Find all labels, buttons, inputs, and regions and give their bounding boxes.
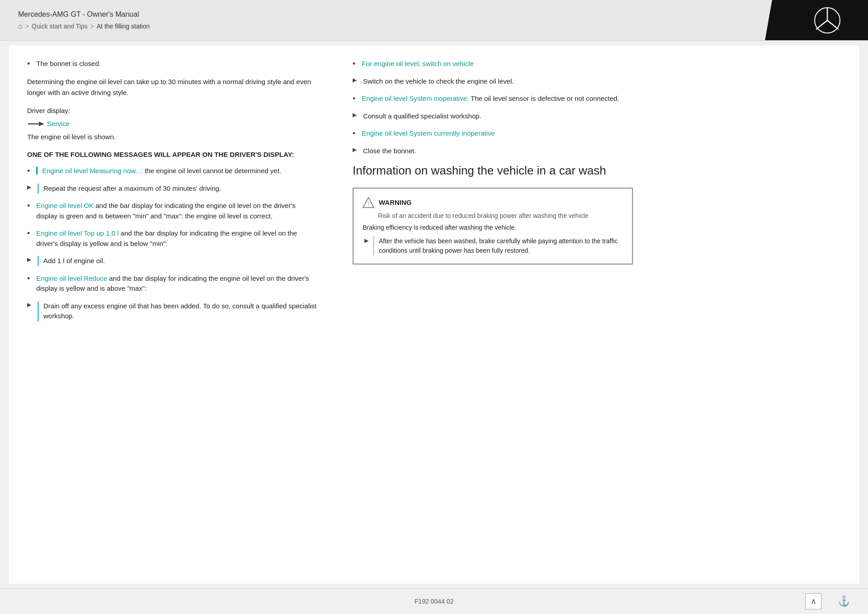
breadcrumb-quick-start[interactable]: Quick start and Tips xyxy=(32,23,88,30)
arrow-icon-1: ▶ xyxy=(27,184,31,190)
currently-inoperative-text: Engine oil level System currently inoper… xyxy=(362,128,495,139)
reduce-teal: Engine oil level Reduce xyxy=(36,274,107,282)
bullet-bonnet-closed: • The bonnet is closed. xyxy=(27,59,316,69)
warning-label: WARNING xyxy=(379,198,412,206)
bullet-dot-4: • xyxy=(27,229,30,238)
list-item-measuring: • Engine oil level Measuring now...: the… xyxy=(27,166,316,176)
list-item-reduce: • Engine oil level Reduce and the bar di… xyxy=(27,274,316,294)
list-item-close-bonnet: ▶ Close the bonnet. xyxy=(353,146,633,156)
warning-header: ! WARNING xyxy=(363,197,623,208)
measuring-teal: Engine oil level Measuring now...: xyxy=(36,167,143,175)
right-column: • For engine oil level, switch on vehicl… xyxy=(344,59,633,557)
warning-triangle-icon: ! xyxy=(363,197,374,208)
arrow-icon-3: ▶ xyxy=(27,302,31,308)
switch-on-text: For engine oil level, switch on vehicle xyxy=(362,59,474,69)
warning-box: ! WARNING Risk of an accident due to red… xyxy=(353,188,633,264)
warning-sub-text: Risk of an accident due to reduced braki… xyxy=(363,212,623,219)
measuring-text: Engine oil level Measuring now...: the e… xyxy=(36,166,281,176)
ok-text: Engine oil level OK and the bar display … xyxy=(36,201,316,221)
bonnet-closed-text: The bonnet is closed. xyxy=(36,59,101,69)
car-wash-section-heading: Information on washing the vehicle in a … xyxy=(353,163,633,179)
home-icon[interactable]: ⌂ xyxy=(18,22,23,30)
footer-bar: F192 0044 02 ∧ ⚓ xyxy=(0,588,868,614)
service-indicator: Service xyxy=(27,120,316,128)
arrow-icon-2: ▶ xyxy=(27,256,31,263)
messages-heading: ONE OF THE FOLLOWING MESSAGES WILL APPEA… xyxy=(27,150,316,160)
warning-body-text: Braking efficiency is reduced after wash… xyxy=(363,224,623,231)
topup-teal: Engine oil level Top up 1,0 l xyxy=(36,229,118,237)
oil-level-shown: The engine oil level is shown. xyxy=(27,132,316,142)
arrow-icon-r1: ▶ xyxy=(353,77,357,83)
warning-arrow-icon: ▶ xyxy=(364,237,368,244)
service-arrow-icon xyxy=(27,120,47,128)
page-title: Mercedes-AMG GT - Owner's Manual xyxy=(18,10,769,19)
svg-text:!: ! xyxy=(368,201,369,208)
header: Mercedes-AMG GT - Owner's Manual ⌂ > Qui… xyxy=(0,0,868,41)
breadcrumb: ⌂ > Quick start and Tips > At the fillin… xyxy=(18,22,769,30)
topup-text: Engine oil level Top up 1,0 l and the ba… xyxy=(36,228,316,249)
ok-teal: Engine oil level OK xyxy=(36,202,94,209)
svg-line-2 xyxy=(816,20,827,29)
bullet-dot-2: • xyxy=(27,166,30,176)
warning-bullet-text: After the vehicle has been washed, brake… xyxy=(373,236,623,255)
scroll-up-button[interactable]: ∧ xyxy=(805,593,821,609)
header-logo xyxy=(787,0,868,40)
bullet-dot-1: • xyxy=(27,59,30,69)
mercedes-star-icon xyxy=(814,7,841,34)
inoperative-rest: The oil level sensor is defective or not… xyxy=(471,94,619,102)
bullet-dot-3: • xyxy=(27,201,30,211)
bullet-dot-5: • xyxy=(27,274,30,283)
inoperative-text: Engine oil level System inoperative: The… xyxy=(362,94,619,104)
page-wrapper: Mercedes-AMG GT - Owner's Manual ⌂ > Qui… xyxy=(0,0,868,614)
list-item-switch-check: ▶ Switch on the vehicle to check the eng… xyxy=(353,76,633,87)
arrow-icon-r2: ▶ xyxy=(353,112,357,118)
list-item-ok: • Engine oil level OK and the bar displa… xyxy=(27,201,316,221)
list-item-topup: • Engine oil level Top up 1,0 l and the … xyxy=(27,228,316,249)
arrow-icon-r3: ▶ xyxy=(353,146,357,153)
measuring-rest: the engine oil level cannot be determine… xyxy=(145,167,281,175)
footer-logo-icon: ⚓ xyxy=(838,595,850,607)
list-item-repeat: ▶ Repeat the request after a maximum of … xyxy=(27,184,316,194)
switch-check-text: Switch on the vehicle to check the engin… xyxy=(363,76,514,87)
breadcrumb-separator-1: > xyxy=(25,23,29,30)
breadcrumb-separator-2: > xyxy=(90,23,94,30)
left-column: • The bonnet is closed. Determining the … xyxy=(27,59,316,557)
list-item-switch-on: • For engine oil level, switch on vehicl… xyxy=(353,59,633,69)
bullet-dot-r2: • xyxy=(353,94,355,104)
warning-bullet-item: ▶ After the vehicle has been washed, bra… xyxy=(363,236,623,255)
header-left: Mercedes-AMG GT - Owner's Manual ⌂ > Qui… xyxy=(0,0,787,40)
list-item-drain: ▶ Drain off any excess engine oil that h… xyxy=(27,301,316,321)
close-bonnet-text: Close the bonnet. xyxy=(363,146,416,156)
svg-line-3 xyxy=(827,20,839,29)
drain-text: Drain off any excess engine oil that has… xyxy=(38,301,316,321)
list-item-consult: ▶ Consult a qualified specialist worksho… xyxy=(353,111,633,122)
oil-level-para: Determining the engine oil level can tak… xyxy=(27,76,316,98)
content-area: • The bonnet is closed. Determining the … xyxy=(9,45,859,584)
breadcrumb-filling-station: At the filling station xyxy=(97,23,150,30)
currently-inoperative-teal: Engine oil level System currently inoper… xyxy=(362,129,495,137)
bullet-dot-r3: • xyxy=(353,129,355,138)
service-label: Service xyxy=(47,120,70,128)
bullet-dot-r1: • xyxy=(353,59,355,69)
add-oil-text: Add 1 l of engine oil. xyxy=(38,256,105,266)
list-item-currently-inoperative: • Engine oil level System currently inop… xyxy=(353,128,633,139)
consult-text: Consult a qualified specialist workshop. xyxy=(363,111,481,122)
list-item-add-oil: ▶ Add 1 l of engine oil. xyxy=(27,256,316,266)
repeat-text: Repeat the request after a maximum of 30… xyxy=(38,184,221,194)
inoperative-teal: Engine oil level System inoperative: xyxy=(362,94,469,102)
driver-display-label: Driver display: xyxy=(27,105,316,116)
footer-doc-id: F192 0044 02 xyxy=(415,598,453,605)
list-item-inoperative: • Engine oil level System inoperative: T… xyxy=(353,94,633,104)
switch-on-teal: For engine oil level, switch on vehicle xyxy=(362,60,474,67)
reduce-text: Engine oil level Reduce and the bar disp… xyxy=(36,274,316,294)
svg-marker-5 xyxy=(39,122,44,126)
